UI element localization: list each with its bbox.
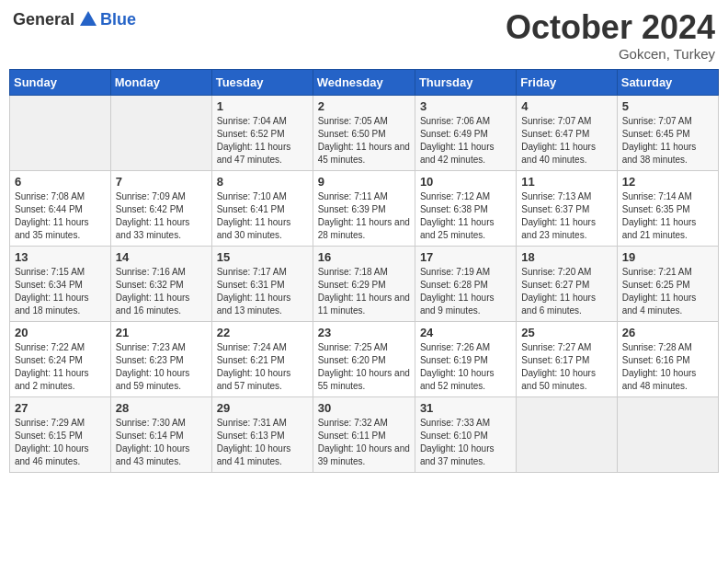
calendar-cell: 21Sunrise: 7:23 AMSunset: 6:23 PMDayligh…	[110, 321, 211, 396]
day-info: Sunrise: 7:23 AMSunset: 6:23 PMDaylight:…	[116, 341, 207, 393]
logo-blue: Blue	[100, 10, 136, 29]
month-title: October 2024	[506, 9, 715, 46]
day-info: Sunrise: 7:21 AMSunset: 6:25 PMDaylight:…	[622, 266, 713, 317]
day-number: 28	[116, 401, 207, 415]
day-number: 6	[15, 175, 106, 189]
calendar-cell: 22Sunrise: 7:24 AMSunset: 6:21 PMDayligh…	[211, 321, 313, 396]
calendar-cell: 10Sunrise: 7:12 AMSunset: 6:38 PMDayligh…	[415, 170, 516, 246]
calendar-cell: 24Sunrise: 7:26 AMSunset: 6:19 PMDayligh…	[415, 321, 516, 396]
day-number: 10	[420, 175, 511, 189]
calendar-cell: 4Sunrise: 7:07 AMSunset: 6:47 PMDaylight…	[517, 95, 617, 170]
calendar-cell: 26Sunrise: 7:28 AMSunset: 6:16 PMDayligh…	[617, 321, 718, 396]
calendar-week-row: 6Sunrise: 7:08 AMSunset: 6:44 PMDaylight…	[10, 170, 719, 246]
day-number: 4	[521, 99, 611, 113]
day-info: Sunrise: 7:07 AMSunset: 6:45 PMDaylight:…	[622, 115, 713, 167]
calendar-cell: 31Sunrise: 7:33 AMSunset: 6:10 PMDayligh…	[415, 396, 516, 472]
day-info: Sunrise: 7:14 AMSunset: 6:35 PMDaylight:…	[622, 190, 713, 242]
day-info: Sunrise: 7:24 AMSunset: 6:21 PMDaylight:…	[217, 341, 308, 393]
day-info: Sunrise: 7:18 AMSunset: 6:29 PMDaylight:…	[318, 266, 410, 317]
day-number: 9	[318, 175, 410, 189]
calendar-header-row: SundayMondayTuesdayWednesdayThursdayFrid…	[10, 69, 719, 95]
weekday-header: Friday	[517, 69, 617, 95]
day-number: 5	[622, 99, 713, 113]
calendar-table: SundayMondayTuesdayWednesdayThursdayFrid…	[9, 69, 719, 473]
day-number: 26	[622, 326, 713, 339]
calendar-cell: 13Sunrise: 7:15 AMSunset: 6:34 PMDayligh…	[10, 246, 111, 321]
day-number: 25	[521, 326, 611, 339]
calendar-cell: 12Sunrise: 7:14 AMSunset: 6:35 PMDayligh…	[617, 170, 718, 246]
day-info: Sunrise: 7:20 AMSunset: 6:27 PMDaylight:…	[521, 266, 611, 317]
day-number: 15	[217, 250, 308, 264]
calendar-cell: 7Sunrise: 7:09 AMSunset: 6:42 PMDaylight…	[110, 170, 211, 246]
calendar-cell: 11Sunrise: 7:13 AMSunset: 6:37 PMDayligh…	[517, 170, 617, 246]
day-info: Sunrise: 7:11 AMSunset: 6:39 PMDaylight:…	[318, 190, 410, 242]
calendar-cell: 29Sunrise: 7:31 AMSunset: 6:13 PMDayligh…	[211, 396, 313, 472]
day-info: Sunrise: 7:31 AMSunset: 6:13 PMDaylight:…	[217, 417, 308, 468]
calendar-cell: 15Sunrise: 7:17 AMSunset: 6:31 PMDayligh…	[211, 246, 313, 321]
weekday-header: Saturday	[617, 69, 718, 95]
calendar-cell	[617, 396, 718, 472]
day-number: 30	[318, 401, 410, 415]
calendar-week-row: 20Sunrise: 7:22 AMSunset: 6:24 PMDayligh…	[10, 321, 719, 396]
day-number: 17	[420, 250, 511, 264]
day-number: 18	[521, 250, 611, 264]
weekday-header: Wednesday	[313, 69, 415, 95]
day-info: Sunrise: 7:04 AMSunset: 6:52 PMDaylight:…	[217, 115, 308, 167]
calendar-cell: 30Sunrise: 7:32 AMSunset: 6:11 PMDayligh…	[313, 396, 415, 472]
calendar-cell: 19Sunrise: 7:21 AMSunset: 6:25 PMDayligh…	[617, 246, 718, 321]
day-info: Sunrise: 7:06 AMSunset: 6:49 PMDaylight:…	[420, 115, 511, 167]
day-number: 12	[622, 175, 713, 189]
day-info: Sunrise: 7:32 AMSunset: 6:11 PMDaylight:…	[318, 417, 410, 468]
calendar-cell: 2Sunrise: 7:05 AMSunset: 6:50 PMDaylight…	[313, 95, 415, 170]
day-info: Sunrise: 7:09 AMSunset: 6:42 PMDaylight:…	[116, 190, 207, 242]
day-info: Sunrise: 7:26 AMSunset: 6:19 PMDaylight:…	[420, 341, 511, 393]
calendar-cell: 3Sunrise: 7:06 AMSunset: 6:49 PMDaylight…	[415, 95, 516, 170]
day-info: Sunrise: 7:08 AMSunset: 6:44 PMDaylight:…	[15, 190, 106, 242]
day-number: 27	[15, 401, 106, 415]
calendar-week-row: 1Sunrise: 7:04 AMSunset: 6:52 PMDaylight…	[10, 95, 719, 170]
day-info: Sunrise: 7:22 AMSunset: 6:24 PMDaylight:…	[15, 341, 106, 393]
calendar-cell: 25Sunrise: 7:27 AMSunset: 6:17 PMDayligh…	[517, 321, 617, 396]
day-number: 1	[217, 99, 308, 113]
calendar-cell: 16Sunrise: 7:18 AMSunset: 6:29 PMDayligh…	[313, 246, 415, 321]
page-header: General Blue October 2024 Gokcen, Turkey	[9, 9, 719, 62]
logo-general: General	[13, 10, 74, 29]
calendar-cell: 18Sunrise: 7:20 AMSunset: 6:27 PMDayligh…	[517, 246, 617, 321]
day-info: Sunrise: 7:17 AMSunset: 6:31 PMDaylight:…	[217, 266, 308, 317]
weekday-header: Tuesday	[211, 69, 313, 95]
calendar-cell: 27Sunrise: 7:29 AMSunset: 6:15 PMDayligh…	[10, 396, 111, 472]
day-number: 7	[116, 175, 207, 189]
day-info: Sunrise: 7:27 AMSunset: 6:17 PMDaylight:…	[521, 341, 611, 393]
day-number: 20	[15, 326, 106, 339]
day-number: 31	[420, 401, 511, 415]
day-number: 3	[420, 99, 511, 113]
day-info: Sunrise: 7:25 AMSunset: 6:20 PMDaylight:…	[318, 341, 410, 393]
day-info: Sunrise: 7:10 AMSunset: 6:41 PMDaylight:…	[217, 190, 308, 242]
calendar-cell	[517, 396, 617, 472]
weekday-header: Monday	[110, 69, 211, 95]
day-number: 29	[217, 401, 308, 415]
day-info: Sunrise: 7:19 AMSunset: 6:28 PMDaylight:…	[420, 266, 511, 317]
day-number: 14	[116, 250, 207, 264]
svg-marker-0	[80, 11, 97, 26]
location: Gokcen, Turkey	[506, 46, 715, 62]
day-number: 22	[217, 326, 308, 339]
calendar-cell: 17Sunrise: 7:19 AMSunset: 6:28 PMDayligh…	[415, 246, 516, 321]
day-info: Sunrise: 7:13 AMSunset: 6:37 PMDaylight:…	[521, 190, 611, 242]
calendar-cell: 14Sunrise: 7:16 AMSunset: 6:32 PMDayligh…	[110, 246, 211, 321]
calendar-cell: 1Sunrise: 7:04 AMSunset: 6:52 PMDaylight…	[211, 95, 313, 170]
calendar-cell: 28Sunrise: 7:30 AMSunset: 6:14 PMDayligh…	[110, 396, 211, 472]
day-info: Sunrise: 7:07 AMSunset: 6:47 PMDaylight:…	[521, 115, 611, 167]
day-info: Sunrise: 7:16 AMSunset: 6:32 PMDaylight:…	[116, 266, 207, 317]
calendar-week-row: 13Sunrise: 7:15 AMSunset: 6:34 PMDayligh…	[10, 246, 719, 321]
calendar-cell: 8Sunrise: 7:10 AMSunset: 6:41 PMDaylight…	[211, 170, 313, 246]
day-info: Sunrise: 7:05 AMSunset: 6:50 PMDaylight:…	[318, 115, 410, 167]
day-info: Sunrise: 7:12 AMSunset: 6:38 PMDaylight:…	[420, 190, 511, 242]
day-number: 19	[622, 250, 713, 264]
calendar-cell: 20Sunrise: 7:22 AMSunset: 6:24 PMDayligh…	[10, 321, 111, 396]
day-info: Sunrise: 7:29 AMSunset: 6:15 PMDaylight:…	[15, 417, 106, 468]
calendar-week-row: 27Sunrise: 7:29 AMSunset: 6:15 PMDayligh…	[10, 396, 719, 472]
calendar-cell: 6Sunrise: 7:08 AMSunset: 6:44 PMDaylight…	[10, 170, 111, 246]
day-number: 24	[420, 326, 511, 339]
title-area: October 2024 Gokcen, Turkey	[506, 9, 715, 62]
